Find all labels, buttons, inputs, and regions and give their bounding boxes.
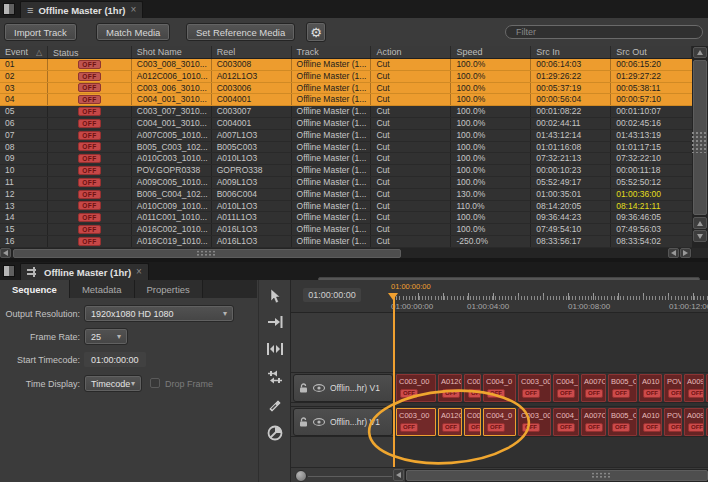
- output-resolution-select[interactable]: 1920x1080 HD 1080▾: [84, 305, 234, 322]
- table-row[interactable]: 11OFFA009C005_1010...A009L1O3Offline Mas…: [0, 177, 692, 189]
- scroll-right-button[interactable]: [680, 248, 691, 258]
- column-header-src-out[interactable]: Src Out: [611, 46, 692, 58]
- time-display-select[interactable]: Timecode▾: [84, 375, 142, 392]
- clip-status-badge: OFF: [442, 423, 460, 432]
- cell-shot-name: A011C001_1010...: [132, 212, 212, 223]
- track-header-v1b[interactable]: Offlin...hr) V1: [293, 408, 393, 436]
- table-row[interactable]: 16OFFA016C019_1010...A016L1O3Offline Mas…: [0, 236, 692, 248]
- table-row[interactable]: 09OFFA010C003_1010...A010L1O3Offline Mas…: [0, 153, 692, 165]
- timeline-scroll-left-button[interactable]: [393, 469, 404, 481]
- timeline-clip[interactable]: C004_0OFF: [483, 374, 516, 402]
- retime-tool-icon[interactable]: [262, 421, 288, 445]
- status-badge: OFF: [78, 237, 101, 246]
- column-header-status[interactable]: Status: [48, 46, 132, 58]
- lock-icon[interactable]: [299, 417, 308, 427]
- timeline-clip[interactable]: POVOFF: [664, 374, 682, 402]
- column-header-shot-name[interactable]: Shot Name: [132, 46, 212, 58]
- table-row[interactable]: 14OFFA011C001_1010...A011L1O3Offline Mas…: [0, 212, 692, 224]
- tab-properties[interactable]: Properties: [135, 280, 203, 298]
- timeline-clip[interactable]: A009OFF: [684, 408, 704, 436]
- scroll-down-button[interactable]: [693, 230, 707, 242]
- spreadsheet-menu-icon[interactable]: ≡: [27, 5, 33, 15]
- timeline-clip[interactable]: C004_0OFF: [483, 408, 516, 436]
- timeline-clip[interactable]: C004_0OFF: [553, 374, 579, 402]
- timeline-clip[interactable]: C003_00OFF: [396, 374, 436, 402]
- column-header-speed[interactable]: Speed: [451, 46, 531, 58]
- pane-layout-icon-2[interactable]: [3, 265, 15, 277]
- column-header-src-in[interactable]: Src In: [531, 46, 611, 58]
- scroll-up-button-2[interactable]: [693, 217, 707, 229]
- table-row[interactable]: 15OFFA016C002_1010...A016L1O3Offline Mas…: [0, 224, 692, 236]
- table-row[interactable]: 12OFFB006_C004_102...B006C004Offline Mas…: [0, 189, 692, 201]
- timeline-clip[interactable]: A007C0OFF: [581, 374, 606, 402]
- column-header-event[interactable]: Event△: [0, 46, 48, 58]
- timeline-clip[interactable]: A012C0OFF: [438, 408, 462, 436]
- trim-tool-icon[interactable]: [262, 337, 288, 361]
- timeline-clip[interactable]: C004_0OFF: [553, 408, 579, 436]
- timeline-clip[interactable]: POVOFF: [664, 408, 682, 436]
- timeline-clip[interactable]: C003_00OFF: [518, 408, 551, 436]
- import-track-button[interactable]: Import Track: [4, 23, 77, 41]
- timeline-clip[interactable]: B005_COFF: [608, 374, 637, 402]
- scroll-left-button-2[interactable]: [668, 248, 679, 258]
- cell-action: Cut: [371, 201, 451, 212]
- tab-offline-master-timeline[interactable]: Offline Master (1hr) ×: [20, 263, 149, 280]
- track-header-v1[interactable]: Offlin...hr) V1: [293, 374, 393, 402]
- timeline-clip[interactable]: B005_COFF: [608, 408, 637, 436]
- table-row[interactable]: 08OFFB005_C003_102...B005C003Offline Mas…: [0, 142, 692, 154]
- cell-speed: 100.0%: [451, 59, 531, 70]
- tab-sequence[interactable]: Sequence: [0, 280, 70, 298]
- lock-icon[interactable]: [299, 383, 308, 393]
- playhead-handle[interactable]: [388, 293, 398, 305]
- timeline-hscroll-thumb[interactable]: [406, 470, 708, 481]
- visibility-eye-icon[interactable]: [313, 384, 325, 392]
- set-reference-media-button[interactable]: Set Reference Media: [186, 23, 295, 41]
- slip-tool-icon[interactable]: [262, 365, 288, 389]
- zoom-slider-track[interactable]: [308, 476, 392, 477]
- roll-tool-icon[interactable]: [262, 393, 288, 417]
- table-row[interactable]: 07OFFA007C005_1010...A007L1O3Offline Mas…: [0, 130, 692, 142]
- timeline-clip[interactable]: A007C0OFF: [581, 408, 606, 436]
- pane-layout-icon[interactable]: [3, 3, 15, 15]
- close-icon[interactable]: ×: [131, 5, 137, 15]
- timeline-clip[interactable]: C00OFF: [464, 374, 481, 402]
- table-row[interactable]: 10OFFPOV.GOPR0338GOPRO338Offline Master …: [0, 165, 692, 177]
- timeline-clip[interactable]: C003_00OFF: [396, 408, 436, 436]
- timeline-clip[interactable]: C003_00OFF: [518, 374, 551, 402]
- match-media-button[interactable]: Match Media: [96, 23, 170, 41]
- zoom-slider-handle[interactable]: [295, 470, 307, 482]
- tab-metadata[interactable]: Metadata: [70, 280, 135, 298]
- table-row[interactable]: 05OFFC003_007_3010...C003007Offline Mast…: [0, 106, 692, 118]
- cell-shot-name: C003_007_3010...: [132, 106, 212, 117]
- filter-input[interactable]: [505, 25, 703, 39]
- tab-offline-master-spreadsheet[interactable]: ≡ Offline Master (1hr) ×: [20, 1, 143, 18]
- drop-frame-checkbox[interactable]: [150, 378, 160, 388]
- current-timecode[interactable]: 01:00:00:00: [303, 288, 361, 302]
- column-header-reel[interactable]: Reel: [212, 46, 292, 58]
- selection-tool-icon[interactable]: [262, 284, 288, 308]
- scroll-left-button[interactable]: [0, 248, 11, 258]
- table-row[interactable]: 02OFFA012C006_1010...A012L1O3Offline Mas…: [0, 71, 692, 83]
- move-clip-tool-icon[interactable]: [262, 310, 288, 334]
- close-icon-2[interactable]: ×: [136, 267, 142, 277]
- table-row[interactable]: 06OFFC004_001_3010...C004001Offline Mast…: [0, 118, 692, 130]
- start-timecode-field[interactable]: 01:00:00:00: [84, 352, 146, 367]
- timeline-clip[interactable]: A010OFF: [639, 374, 662, 402]
- playhead-line[interactable]: [393, 293, 395, 467]
- table-row[interactable]: 01OFFC003_008_3010...C003008Offline Mast…: [0, 59, 692, 71]
- timeline-clip[interactable]: C00OFF: [464, 408, 481, 436]
- table-row[interactable]: 13OFFA010C009_1010...A010L1O3Offline Mas…: [0, 201, 692, 213]
- settings-button[interactable]: ⚙: [306, 22, 326, 42]
- frame-rate-select[interactable]: 25▾: [84, 328, 128, 345]
- table-row[interactable]: 03OFFC003_006_3010...C003006Offline Mast…: [0, 83, 692, 95]
- timeline-clip[interactable]: A012C0OFF: [438, 374, 462, 402]
- table-row[interactable]: 04OFFC004_001_3010...C004001Offline Mast…: [0, 94, 692, 106]
- timeline-clip[interactable]: A009OFF: [684, 374, 704, 402]
- timeline-clip[interactable]: A010OFF: [639, 408, 662, 436]
- cell-src-out: 01:43:13:19: [611, 130, 692, 141]
- visibility-eye-icon[interactable]: [313, 418, 325, 426]
- column-header-action[interactable]: Action: [371, 46, 451, 58]
- column-header-track[interactable]: Track: [292, 46, 372, 58]
- sort-icon: △: [36, 48, 42, 57]
- scroll-up-button[interactable]: [693, 47, 707, 58]
